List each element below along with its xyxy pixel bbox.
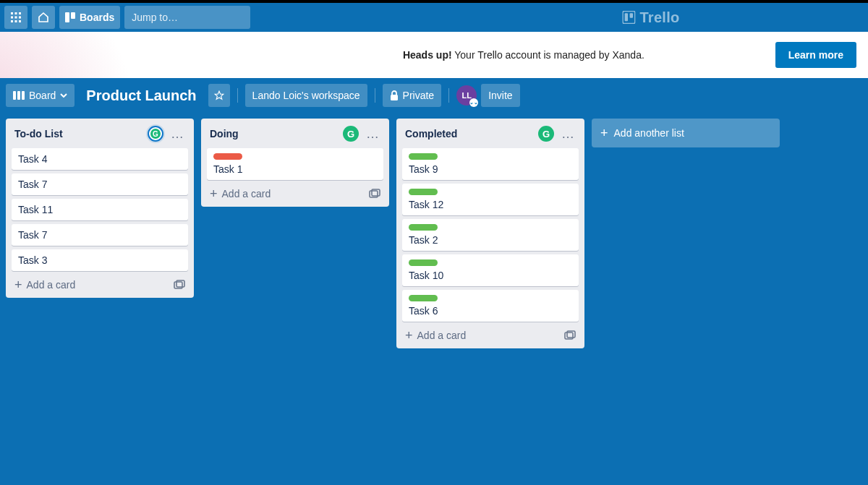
- add-card-button[interactable]: +Add a card: [207, 184, 383, 201]
- board-view-icon: [13, 91, 25, 100]
- plus-icon: +: [14, 280, 22, 290]
- visibility-label: Private: [403, 90, 435, 101]
- svg-rect-0: [11, 12, 13, 14]
- svg-rect-17: [17, 91, 20, 100]
- card-title: Task 7: [18, 179, 182, 190]
- svg-rect-20: [391, 95, 398, 100]
- card-title: Task 3: [18, 254, 182, 266]
- card-label-green[interactable]: [409, 295, 438, 301]
- card-label-green[interactable]: [409, 224, 438, 231]
- board-canvas: To-do ListG…Task 4Task 7Task 11Task 7Tas…: [0, 113, 868, 354]
- card-title: Task 1: [213, 163, 377, 175]
- add-card-label: Add a card: [222, 188, 271, 199]
- svg-rect-1: [15, 12, 17, 14]
- learn-more-button[interactable]: Learn more: [775, 42, 856, 68]
- list: To-do ListG…Task 4Task 7Task 11Task 7Tas…: [6, 119, 194, 298]
- grammarly-badge-icon[interactable]: G: [148, 126, 163, 142]
- grammarly-badge-icon[interactable]: G: [538, 126, 554, 142]
- svg-rect-5: [19, 17, 21, 19]
- svg-rect-18: [22, 91, 25, 100]
- add-card-label: Add a card: [27, 279, 76, 291]
- brand: Trello: [622, 9, 679, 26]
- card-template-icon[interactable]: [174, 280, 185, 290]
- home-button[interactable]: [32, 6, 55, 29]
- card[interactable]: Task 11: [12, 199, 188, 220]
- board-view-label: Board: [29, 90, 56, 101]
- card[interactable]: Task 3: [12, 249, 188, 271]
- banner-message: Heads up! Your Trello account is managed…: [12, 49, 732, 61]
- avatar-admin-badge-icon: ⌄⌄: [469, 98, 478, 107]
- plus-icon: +: [405, 330, 413, 340]
- card-label-green[interactable]: [409, 189, 438, 195]
- card[interactable]: Task 6: [402, 290, 579, 322]
- search-box[interactable]: [124, 6, 250, 29]
- card-title: Task 2: [409, 234, 572, 246]
- card[interactable]: Task 7: [12, 173, 188, 195]
- card[interactable]: Task 9: [402, 148, 579, 180]
- lock-icon: [390, 90, 399, 100]
- card[interactable]: Task 7: [12, 224, 188, 246]
- plus-icon: +: [210, 189, 218, 199]
- apps-button[interactable]: [4, 6, 27, 29]
- chevron-down-icon: [60, 93, 67, 98]
- board-view-switcher[interactable]: Board: [6, 84, 75, 107]
- invite-label: Invite: [488, 90, 512, 101]
- svg-marker-19: [215, 91, 224, 99]
- workspace-button[interactable]: Lando Loic's workspace: [245, 84, 367, 107]
- svg-rect-16: [13, 91, 16, 100]
- card-title: Task 4: [18, 153, 182, 165]
- add-card-button[interactable]: +Add a card: [402, 325, 579, 343]
- svg-rect-10: [71, 12, 75, 19]
- card[interactable]: Task 10: [402, 254, 579, 286]
- add-another-list-button[interactable]: +Add another list: [592, 119, 780, 147]
- banner-text: Your Trello account is managed by Xanda.: [452, 49, 644, 61]
- separator: [448, 88, 449, 103]
- svg-rect-7: [15, 20, 17, 22]
- list-actions-button[interactable]: …: [558, 126, 577, 142]
- invite-button[interactable]: Invite: [481, 84, 519, 107]
- svg-rect-15: [630, 13, 633, 18]
- card[interactable]: Task 4: [12, 148, 188, 170]
- svg-rect-6: [11, 20, 13, 22]
- list-header: DoingG…: [207, 124, 383, 145]
- visibility-button[interactable]: Private: [383, 84, 442, 107]
- list: DoingG…Task 1+Add a card: [201, 119, 389, 207]
- member-avatar[interactable]: LL ⌄⌄: [456, 85, 477, 106]
- card[interactable]: Task 2: [402, 219, 579, 251]
- add-card-button[interactable]: +Add a card: [12, 275, 188, 292]
- board-header: Board Product Launch Lando Loic's worksp…: [0, 78, 868, 113]
- svg-rect-13: [623, 12, 635, 24]
- list-title[interactable]: Doing: [210, 128, 339, 140]
- global-header: Boards Trello: [0, 3, 868, 32]
- card-title: Task 11: [18, 204, 182, 215]
- card-label-green[interactable]: [409, 259, 438, 266]
- separator: [375, 88, 375, 103]
- grammarly-badge-icon[interactable]: G: [343, 126, 359, 142]
- card-template-icon[interactable]: [369, 189, 380, 199]
- board-title[interactable]: Product Launch: [79, 87, 203, 104]
- card-template-icon[interactable]: [564, 330, 576, 340]
- list-actions-button[interactable]: …: [168, 126, 187, 142]
- add-another-list-label: Add another list: [614, 127, 684, 139]
- card[interactable]: Task 1: [207, 148, 383, 180]
- list-header: CompletedG…: [402, 124, 579, 145]
- svg-rect-4: [15, 17, 17, 19]
- separator: [237, 88, 238, 103]
- card[interactable]: Task 12: [402, 184, 579, 215]
- trello-logo-icon: [622, 11, 635, 24]
- card-label-red[interactable]: [213, 153, 242, 160]
- banner-strong: Heads up!: [403, 49, 452, 61]
- svg-rect-9: [65, 12, 69, 22]
- apps-grid-icon: [11, 12, 21, 22]
- list-actions-button[interactable]: …: [363, 126, 382, 142]
- card-title: Task 10: [409, 270, 572, 281]
- add-card-label: Add a card: [417, 330, 467, 341]
- card-label-green[interactable]: [409, 153, 438, 160]
- boards-button[interactable]: Boards: [59, 6, 120, 29]
- list-title[interactable]: Completed: [405, 128, 534, 140]
- card-title: Task 6: [409, 305, 572, 317]
- search-input[interactable]: [132, 12, 258, 23]
- star-button[interactable]: [208, 84, 230, 107]
- list-title[interactable]: To-do List: [14, 128, 143, 140]
- notice-banner: Heads up! Your Trello account is managed…: [0, 32, 868, 78]
